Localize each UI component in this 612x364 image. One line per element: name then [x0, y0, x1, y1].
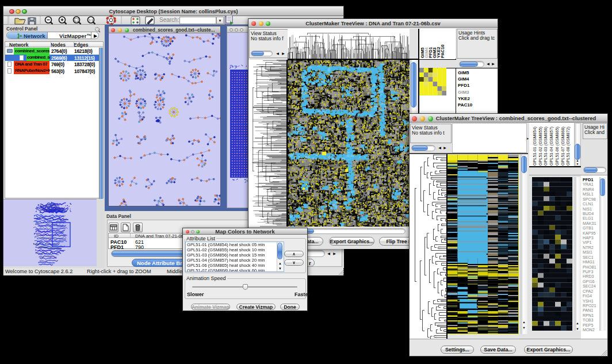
svg-text:1:1: 1:1: [89, 18, 94, 22]
